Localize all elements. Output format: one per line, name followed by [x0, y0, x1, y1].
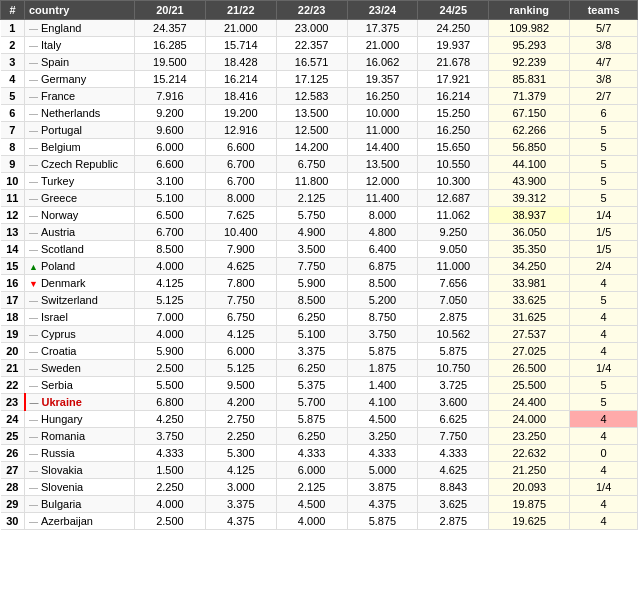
cell-rank: 27 [1, 462, 25, 479]
cell-y2122: 7.750 [205, 292, 276, 309]
cell-y2223: 5.375 [276, 377, 347, 394]
cell-y2425: 8.843 [418, 479, 489, 496]
cell-y2324: 3.750 [347, 326, 418, 343]
trend-icon: — [29, 245, 38, 255]
trend-icon: — [29, 381, 38, 391]
cell-y2223: 6.250 [276, 309, 347, 326]
cell-y2425: 11.000 [418, 258, 489, 275]
table-header: # country 20/21 21/22 22/23 23/24 24/25 … [1, 1, 638, 20]
trend-icon: — [29, 211, 38, 221]
cell-ranking: 36.050 [489, 224, 570, 241]
cell-y2021: 4.250 [135, 411, 206, 428]
cell-y2122: 2.250 [205, 428, 276, 445]
cell-y2425: 17.921 [418, 71, 489, 88]
cell-y2425: 3.600 [418, 394, 489, 411]
cell-y2425: 15.250 [418, 105, 489, 122]
cell-country: —Azerbaijan [25, 513, 135, 530]
cell-rank: 13 [1, 224, 25, 241]
cell-y2021: 6.800 [135, 394, 206, 411]
cell-y2425: 10.562 [418, 326, 489, 343]
cell-y2425: 7.050 [418, 292, 489, 309]
cell-y2425: 6.625 [418, 411, 489, 428]
cell-y2223: 14.200 [276, 139, 347, 156]
cell-teams: 2/7 [570, 88, 638, 105]
cell-teams: 5 [570, 377, 638, 394]
cell-country: —Belgium [25, 139, 135, 156]
cell-ranking: 43.900 [489, 173, 570, 190]
trend-icon: — [29, 330, 38, 340]
cell-rank: 20 [1, 343, 25, 360]
cell-country: —Russia [25, 445, 135, 462]
cell-y2324: 12.000 [347, 173, 418, 190]
cell-country: —Austria [25, 224, 135, 241]
cell-ranking: 109.982 [489, 20, 570, 37]
trend-icon: — [29, 177, 38, 187]
table-row: 19 —Cyprus 4.000 4.125 5.100 3.750 10.56… [1, 326, 638, 343]
cell-y2122: 4.200 [205, 394, 276, 411]
cell-country: ▼Denmark [25, 275, 135, 292]
cell-country: —Germany [25, 71, 135, 88]
cell-teams: 1/4 [570, 207, 638, 224]
cell-rank: 2 [1, 37, 25, 54]
cell-ranking: 34.250 [489, 258, 570, 275]
cell-country: —Greece [25, 190, 135, 207]
cell-y2122: 9.500 [205, 377, 276, 394]
cell-rank: 25 [1, 428, 25, 445]
cell-country: —Israel [25, 309, 135, 326]
cell-y2223: 8.500 [276, 292, 347, 309]
cell-country: —Slovenia [25, 479, 135, 496]
cell-y2223: 13.500 [276, 105, 347, 122]
table-row: 4 —Germany 15.214 16.214 17.125 19.357 1… [1, 71, 638, 88]
cell-country: —England [25, 20, 135, 37]
trend-icon: ▲ [29, 262, 38, 272]
cell-ranking: 24.400 [489, 394, 570, 411]
cell-y2122: 3.375 [205, 496, 276, 513]
cell-y2122: 5.125 [205, 360, 276, 377]
cell-rank: 5 [1, 88, 25, 105]
trend-icon: — [29, 126, 38, 136]
cell-y2223: 3.500 [276, 241, 347, 258]
col-country-header: country [25, 1, 135, 20]
cell-teams: 1/5 [570, 241, 638, 258]
table-row: 5 —France 7.916 18.416 12.583 16.250 16.… [1, 88, 638, 105]
cell-y2324: 4.500 [347, 411, 418, 428]
cell-y2122: 4.125 [205, 326, 276, 343]
cell-ranking: 95.293 [489, 37, 570, 54]
table-row: 16 ▼Denmark 4.125 7.800 5.900 8.500 7.65… [1, 275, 638, 292]
cell-y2223: 5.900 [276, 275, 347, 292]
cell-y2425: 15.650 [418, 139, 489, 156]
col-2324-header: 23/24 [347, 1, 418, 20]
table-row: 11 —Greece 5.100 8.000 2.125 11.400 12.6… [1, 190, 638, 207]
trend-icon: — [29, 24, 38, 34]
cell-teams: 2/4 [570, 258, 638, 275]
table-row: 26 —Russia 4.333 5.300 4.333 4.333 4.333… [1, 445, 638, 462]
cell-y2021: 6.000 [135, 139, 206, 156]
table-row: 13 —Austria 6.700 10.400 4.900 4.800 9.2… [1, 224, 638, 241]
cell-ranking: 33.981 [489, 275, 570, 292]
cell-ranking: 92.239 [489, 54, 570, 71]
cell-y2324: 5.000 [347, 462, 418, 479]
cell-y2021: 3.100 [135, 173, 206, 190]
cell-y2425: 5.875 [418, 343, 489, 360]
cell-y2324: 8.750 [347, 309, 418, 326]
cell-y2021: 7.916 [135, 88, 206, 105]
trend-icon: — [29, 296, 38, 306]
cell-country: ▲Poland [25, 258, 135, 275]
table-row: 24 —Hungary 4.250 2.750 5.875 4.500 6.62… [1, 411, 638, 428]
cell-y2324: 1.875 [347, 360, 418, 377]
cell-y2223: 6.000 [276, 462, 347, 479]
cell-y2223: 23.000 [276, 20, 347, 37]
trend-icon: — [29, 432, 38, 442]
cell-y2223: 5.100 [276, 326, 347, 343]
cell-y2223: 16.571 [276, 54, 347, 71]
cell-y2122: 19.200 [205, 105, 276, 122]
cell-ranking: 26.500 [489, 360, 570, 377]
cell-y2021: 2.500 [135, 513, 206, 530]
cell-ranking: 27.537 [489, 326, 570, 343]
cell-y2223: 12.583 [276, 88, 347, 105]
cell-y2122: 4.125 [205, 462, 276, 479]
trend-icon: — [29, 228, 38, 238]
cell-country: —Norway [25, 207, 135, 224]
trend-icon: — [29, 483, 38, 493]
table-row: 27 —Slovakia 1.500 4.125 6.000 5.000 4.6… [1, 462, 638, 479]
